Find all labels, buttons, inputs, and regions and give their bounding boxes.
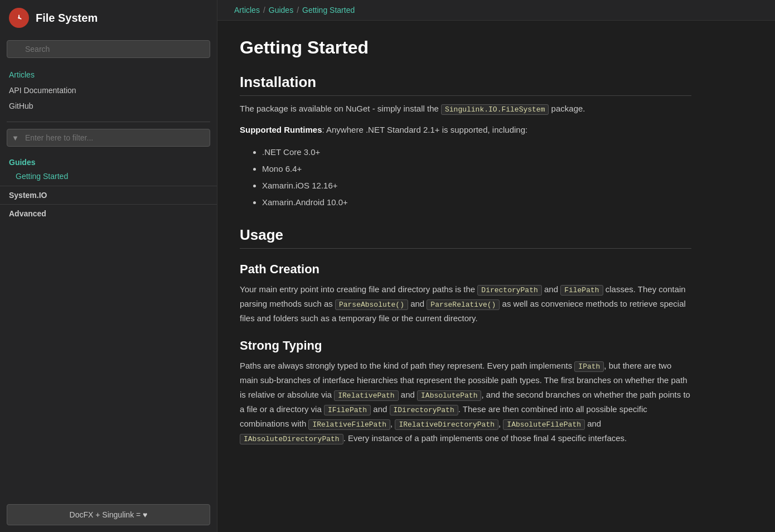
footer-button[interactable]: DocFX + Singulink = ♥ xyxy=(7,504,210,525)
app-title: File System xyxy=(36,12,98,25)
list-item: Mono 6.4+ xyxy=(262,161,691,177)
iabsolutepath-code: IAbsolutePath xyxy=(417,390,481,401)
package-name-code: Singulink.IO.FileSystem xyxy=(441,104,549,115)
irelativefilepath-code: IRelativeFilePath xyxy=(308,419,390,430)
toc-section: Guides Getting Started System.IO Advance… xyxy=(0,151,217,223)
toc-group-advanced[interactable]: Advanced xyxy=(0,204,217,220)
list-item: .NET Core 3.0+ xyxy=(262,144,691,161)
runtimes-text: : Anywhere .NET Standard 2.1+ is support… xyxy=(322,125,528,134)
toc-group-guides[interactable]: Guides xyxy=(0,153,217,169)
supported-runtimes-text: Supported Runtimes: Anywhere .NET Standa… xyxy=(240,123,691,137)
ifilepath-code: IFilePath xyxy=(324,405,371,415)
irelativedirectorypath-code: IRelativeDirectoryPath xyxy=(395,419,498,430)
breadcrumb-sep-1: / xyxy=(263,6,265,14)
iabsolutedirectorypath-code: IAbsoluteDirectoryPath xyxy=(240,434,343,444)
breadcrumb-getting-started[interactable]: Getting Started xyxy=(302,6,355,14)
nav-api-documentation[interactable]: API Documentation xyxy=(0,83,217,98)
content-body: Getting Started Installation The package… xyxy=(217,21,719,486)
file-path-code: FilePath xyxy=(560,285,603,296)
breadcrumb: Articles / Guides / Getting Started xyxy=(217,0,775,21)
sidebar-footer: DocFX + Singulink = ♥ xyxy=(0,497,217,532)
ipath-code: IPath xyxy=(574,361,604,372)
pc-text-before: Your main entry point into creating file… xyxy=(240,284,477,294)
directory-path-code: DirectoryPath xyxy=(477,285,541,296)
filter-container: ▼ xyxy=(0,125,217,151)
nav-articles[interactable]: Articles xyxy=(0,67,217,83)
runtimes-list: .NET Core 3.0+ Mono 6.4+ Xamarin.iOS 12.… xyxy=(262,144,691,211)
parse-absolute-code: ParseAbsolute() xyxy=(335,299,408,310)
pc-text-mid3: and xyxy=(408,299,427,308)
nav-github[interactable]: GitHub xyxy=(0,98,217,114)
svg-point-1 xyxy=(18,17,20,19)
breadcrumb-articles[interactable]: Articles xyxy=(234,6,260,14)
supported-runtimes-label: Supported Runtimes xyxy=(240,125,322,134)
breadcrumb-guides[interactable]: Guides xyxy=(269,6,293,14)
toc-group-system-io[interactable]: System.IO xyxy=(0,186,217,202)
parse-relative-code: ParseRelative() xyxy=(427,299,500,310)
toc-item-getting-started[interactable]: Getting Started xyxy=(0,169,217,183)
strong-typing-title: Strong Typing xyxy=(240,338,691,353)
list-item: Xamarin.iOS 12.16+ xyxy=(262,177,691,194)
usage-title: Usage xyxy=(240,226,691,249)
installation-intro: The package is available on NuGet - simp… xyxy=(240,101,691,116)
st-mid4: and xyxy=(371,404,389,414)
installation-title: Installation xyxy=(240,74,691,96)
st-mid2: and xyxy=(399,390,417,399)
app-logo xyxy=(9,8,29,28)
search-container: 🔍 xyxy=(0,36,217,65)
installation-text-before: The package is available on NuGet - simp… xyxy=(240,104,441,113)
main-content: Articles / Guides / Getting Started Gett… xyxy=(217,0,775,532)
filter-wrapper: ▼ xyxy=(7,129,210,147)
strong-typing-text: Paths are always strongly typed to the k… xyxy=(240,359,691,446)
sidebar: File System 🔍 Articles API Documentation… xyxy=(0,0,217,532)
st-mid6: and xyxy=(585,419,601,428)
idirectorypath-code: IDirectoryPath xyxy=(390,405,458,415)
irelativepath-code: IRelativePath xyxy=(334,390,398,401)
filter-icon: ▼ xyxy=(12,134,19,142)
st-after: . Every instance of a path implements on… xyxy=(343,433,627,443)
pc-text-mid1: and xyxy=(542,284,560,294)
nav-links: Articles API Documentation GitHub xyxy=(0,65,217,118)
logo-icon xyxy=(13,12,25,24)
search-wrapper: 🔍 xyxy=(7,40,210,58)
breadcrumb-sep-2: / xyxy=(297,6,299,14)
installation-text-after: package. xyxy=(549,104,585,113)
divider xyxy=(7,122,210,122)
sidebar-header: File System xyxy=(0,0,217,36)
st-before: Paths are always strongly typed to the k… xyxy=(240,361,574,370)
search-input[interactable] xyxy=(7,40,210,58)
filter-input[interactable] xyxy=(7,129,210,147)
path-creation-text: Your main entry point into creating file… xyxy=(240,282,691,326)
iabsolutefilepath-code: IAbsoluteFilePath xyxy=(503,419,585,430)
page-title: Getting Started xyxy=(240,37,691,58)
path-creation-title: Path Creation xyxy=(240,262,691,277)
list-item: Xamarin.Android 10.0+ xyxy=(262,194,691,211)
